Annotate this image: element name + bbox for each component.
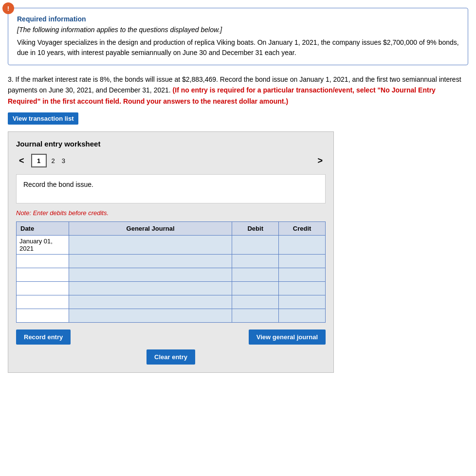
credit-input-3[interactable] [282, 271, 322, 278]
info-subtitle: [The following information applies to th… [17, 26, 459, 34]
table-row [17, 268, 326, 282]
nav-row: < 1 2 3 > [16, 154, 326, 167]
col-general-journal: General Journal [69, 222, 232, 236]
date-cell-4 [17, 282, 69, 295]
date-cell-1: January 01,2021 [17, 236, 69, 255]
view-general-journal-button[interactable]: View general journal [249, 330, 326, 345]
credit-cell-3[interactable] [279, 268, 326, 282]
credit-input-5[interactable] [282, 298, 322, 306]
debit-input-3[interactable] [235, 271, 275, 278]
debit-input-4[interactable] [235, 285, 275, 292]
date-cell-2 [17, 255, 69, 268]
debit-cell-6[interactable] [232, 309, 279, 323]
tab-2[interactable]: 2 [50, 155, 57, 166]
nav-prev-button[interactable]: < [16, 155, 27, 167]
col-date: Date [17, 222, 69, 236]
worksheet-container: Journal entry worksheet < 1 2 3 > Record… [8, 131, 334, 373]
credit-cell-5[interactable] [279, 295, 326, 309]
date-cell-3 [17, 268, 69, 282]
question-text: 3. If the market interest rate is 8%, th… [8, 74, 468, 107]
instruction-text: Record the bond issue. [23, 181, 93, 188]
credit-cell-4[interactable] [279, 282, 326, 295]
table-row: January 01,2021 [17, 236, 326, 255]
journal-input-3[interactable] [72, 271, 229, 278]
nav-next-button[interactable]: > [314, 155, 326, 167]
debit-input-5[interactable] [235, 298, 275, 306]
col-credit: Credit [279, 222, 326, 236]
alert-icon: ! [2, 2, 14, 14]
journal-input-2[interactable] [72, 257, 229, 265]
instruction-box: Record the bond issue. [16, 174, 326, 203]
table-row [17, 282, 326, 295]
journal-cell-2[interactable] [69, 255, 232, 268]
credit-input-4[interactable] [282, 285, 322, 292]
table-row [17, 309, 326, 323]
journal-cell-5[interactable] [69, 295, 232, 309]
clear-entry-button[interactable]: Clear entry [146, 349, 195, 365]
credit-cell-2[interactable] [279, 255, 326, 268]
debit-cell-1[interactable] [232, 236, 279, 255]
table-row [17, 255, 326, 268]
journal-cell-3[interactable] [69, 268, 232, 282]
tab-3[interactable]: 3 [60, 155, 67, 166]
debit-cell-4[interactable] [232, 282, 279, 295]
credit-cell-6[interactable] [279, 309, 326, 323]
info-body: Viking Voyager specializes in the design… [17, 37, 459, 58]
nav-tabs: 1 2 3 [31, 154, 67, 167]
table-row [17, 295, 326, 309]
debit-input-6[interactable] [235, 312, 275, 319]
record-entry-button[interactable]: Record entry [16, 330, 71, 345]
worksheet-title: Journal entry worksheet [16, 140, 326, 148]
credit-input-6[interactable] [282, 312, 322, 319]
credit-input-1[interactable] [282, 241, 322, 249]
credit-input-2[interactable] [282, 257, 322, 265]
journal-cell-1[interactable] [69, 236, 232, 255]
debit-cell-5[interactable] [232, 295, 279, 309]
col-debit: Debit [232, 222, 279, 236]
journal-cell-6[interactable] [69, 309, 232, 323]
date-cell-5 [17, 295, 69, 309]
journal-input-5[interactable] [72, 298, 229, 306]
date-cell-6 [17, 309, 69, 323]
debit-input-2[interactable] [235, 257, 275, 265]
info-box: ! Required information [The following in… [8, 8, 468, 65]
journal-input-4[interactable] [72, 285, 229, 292]
journal-cell-4[interactable] [69, 282, 232, 295]
view-transaction-button[interactable]: View transaction list [8, 112, 78, 125]
journal-input-1[interactable] [72, 241, 229, 249]
info-title: Required information [17, 15, 459, 23]
debit-input-1[interactable] [235, 241, 275, 249]
tab-1[interactable]: 1 [31, 154, 47, 167]
debit-cell-3[interactable] [232, 268, 279, 282]
question-number: 3. [8, 75, 14, 83]
credit-cell-1[interactable] [279, 236, 326, 255]
journal-input-6[interactable] [72, 312, 229, 319]
note-text: Note: Enter debits before credits. [16, 209, 326, 217]
journal-table: Date General Journal Debit Credit Januar… [16, 221, 326, 323]
debit-cell-2[interactable] [232, 255, 279, 268]
